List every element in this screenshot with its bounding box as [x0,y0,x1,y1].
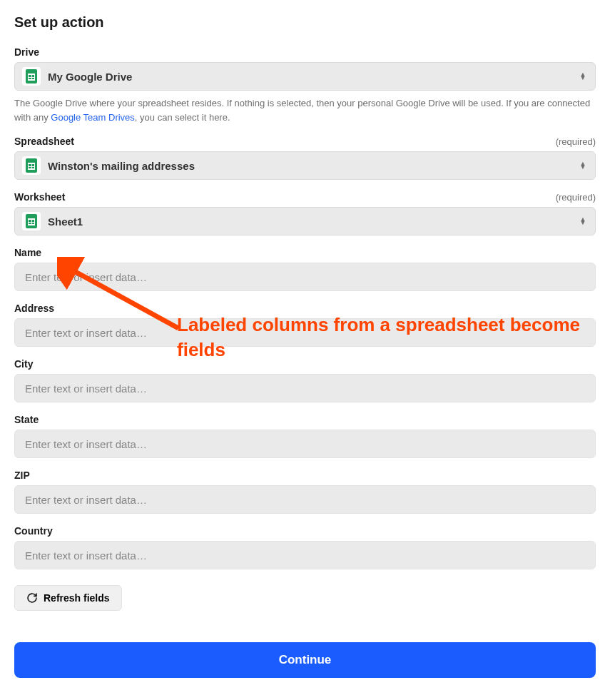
state-input-wrap[interactable] [14,430,596,458]
zip-input-wrap[interactable] [14,485,596,514]
sort-icon: ▲▼ [578,73,588,80]
address-label: Address [14,303,54,314]
continue-button[interactable]: Continue [14,642,596,678]
address-input[interactable] [25,327,585,339]
zip-field: ZIP [14,470,596,514]
spreadsheet-value: Winston's mailing addresses [48,160,578,172]
state-label: State [14,414,39,425]
city-field: City [14,358,596,402]
country-input-wrap[interactable] [14,541,596,569]
name-label: Name [14,247,41,258]
drive-label: Drive [14,46,39,58]
state-input[interactable] [25,438,585,450]
drive-select[interactable]: My Google Drive ▲▼ [14,62,596,91]
sort-icon: ▲▼ [578,218,588,225]
drive-value: My Google Drive [48,71,578,83]
country-label: Country [14,525,53,537]
name-field: Name [14,247,596,291]
name-input-wrap[interactable] [14,263,596,291]
country-input[interactable] [25,549,585,562]
city-label: City [14,358,33,370]
sheets-icon [22,67,41,86]
sheets-icon [22,156,41,175]
zip-label: ZIP [14,470,30,481]
page-title: Set up action [14,14,596,31]
refresh-label: Refresh fields [44,592,110,604]
spreadsheet-required: (required) [556,136,596,147]
worksheet-value: Sheet1 [48,215,578,228]
worksheet-field: Worksheet (required) Sheet1 ▲▼ [14,191,596,235]
zip-input[interactable] [25,494,585,506]
refresh-fields-button[interactable]: Refresh fields [14,585,122,611]
worksheet-label: Worksheet [14,191,65,203]
name-input[interactable] [25,271,585,283]
address-field: Address [14,303,596,347]
worksheet-select[interactable]: Sheet1 ▲▼ [14,207,596,235]
sort-icon: ▲▼ [578,162,588,169]
city-input-wrap[interactable] [14,374,596,402]
address-input-wrap[interactable] [14,318,596,347]
spreadsheet-select[interactable]: Winston's mailing addresses ▲▼ [14,151,596,180]
team-drives-link[interactable]: Google Team Drives [51,112,135,123]
state-field: State [14,414,596,458]
city-input[interactable] [25,382,585,395]
drive-help-text: The Google Drive where your spreadsheet … [14,96,596,124]
spreadsheet-label: Spreadsheet [14,136,74,147]
worksheet-required: (required) [556,192,596,203]
drive-field: Drive My Google Drive ▲▼ The Google Driv… [14,46,596,124]
refresh-icon [26,592,38,604]
country-field: Country [14,525,596,569]
spreadsheet-field: Spreadsheet (required) Winston's mailing… [14,136,596,180]
sheets-icon [22,212,41,230]
